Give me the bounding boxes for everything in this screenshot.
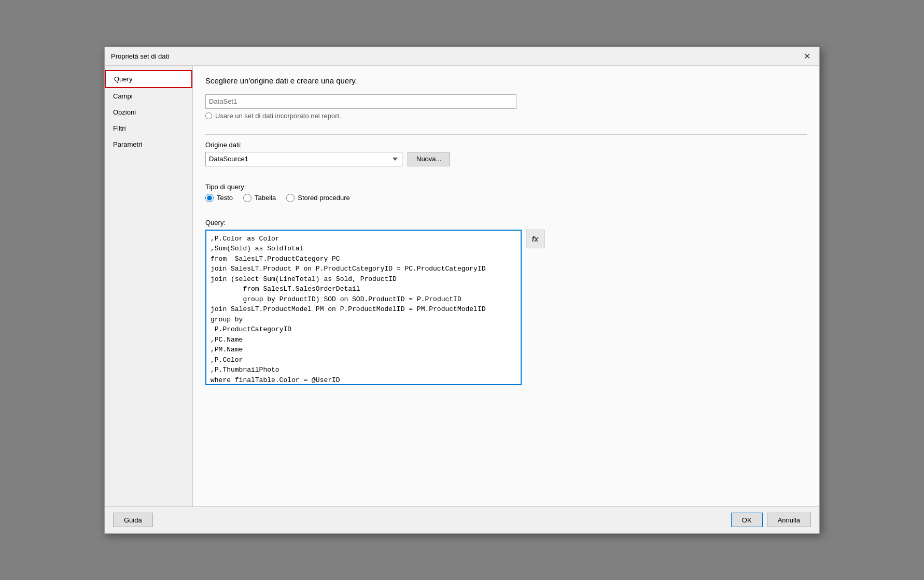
main-content: Scegliere un'origine dati e creare una q… [193, 66, 819, 506]
sidebar-item-filtri[interactable]: Filtri [105, 120, 192, 136]
query-textarea[interactable]: ,P.Color as Color ,Sum(Sold) as SoldTota… [205, 230, 522, 385]
radio-option-testo[interactable]: Testo [205, 194, 233, 202]
datasource-form-row: Origine dati: DataSource1 Nuova... [205, 141, 807, 175]
dataset-row: Usare un set di dati incorporato nel rep… [205, 94, 807, 120]
main-scrollable: Scegliere un'origine dati e creare una q… [193, 66, 819, 506]
nuova-button[interactable]: Nuova... [408, 152, 450, 166]
query-label: Query: [205, 219, 807, 227]
sidebar-item-query[interactable]: Query [105, 70, 192, 88]
ok-button[interactable]: OK [731, 513, 763, 527]
radio-option-stored[interactable]: Stored procedure [286, 194, 349, 202]
separator1 [205, 134, 807, 135]
query-type-form-row: Tipo di query: Testo Tabella Stored p [205, 183, 807, 210]
dialog-title: Proprietà set di dati [111, 52, 169, 60]
guida-button[interactable]: Guida [113, 513, 153, 527]
dialog: Proprietà set di dati ✕ Query Campi Opzi… [104, 47, 820, 534]
annulla-button[interactable]: Annulla [767, 513, 811, 527]
sidebar: Query Campi Opzioni Filtri Parametri [105, 66, 193, 506]
query-area-wrapper: ,P.Color as Color ,Sum(Sold) as SoldTota… [205, 230, 807, 385]
sidebar-item-campi[interactable]: Campi [105, 88, 192, 104]
query-type-row: Testo Tabella Stored procedure [205, 194, 807, 202]
radio-stored[interactable] [286, 194, 295, 202]
datasource-label: Origine dati: [205, 141, 807, 149]
section-title: Scegliere un'origine dati e creare una q… [205, 76, 807, 85]
sidebar-item-opzioni[interactable]: Opzioni [105, 104, 192, 120]
datasource-select-wrapper: DataSource1 [205, 152, 402, 166]
query-type-label: Tipo di query: [205, 183, 807, 191]
embedded-radio-row: Usare un set di dati incorporato nel rep… [205, 112, 807, 120]
dataset-input[interactable] [205, 94, 516, 109]
titlebar: Proprietà set di dati ✕ [105, 47, 819, 66]
radio-option-tabella[interactable]: Tabella [243, 194, 276, 202]
footer-left: Guida [113, 513, 153, 527]
fx-button[interactable]: fx [526, 230, 544, 248]
dialog-body: Query Campi Opzioni Filtri Parametri Sce… [105, 66, 819, 506]
radio-tabella-label: Tabella [255, 194, 276, 202]
radio-tabella[interactable] [243, 194, 251, 202]
dialog-footer: Guida OK Annulla [105, 506, 819, 533]
embedded-radio[interactable] [205, 112, 212, 119]
sidebar-item-parametri[interactable]: Parametri [105, 136, 192, 152]
datasource-select[interactable]: DataSource1 [205, 152, 402, 166]
embedded-radio-label: Usare un set di dati incorporato nel rep… [215, 112, 341, 120]
datasource-row: DataSource1 Nuova... [205, 152, 807, 166]
footer-right: OK Annulla [731, 513, 811, 527]
close-button[interactable]: ✕ [801, 50, 813, 62]
radio-testo-label: Testo [217, 194, 233, 202]
radio-stored-label: Stored procedure [298, 194, 349, 202]
query-section: Query: ,P.Color as Color ,Sum(Sold) as S… [205, 219, 807, 496]
radio-testo[interactable] [205, 194, 214, 202]
